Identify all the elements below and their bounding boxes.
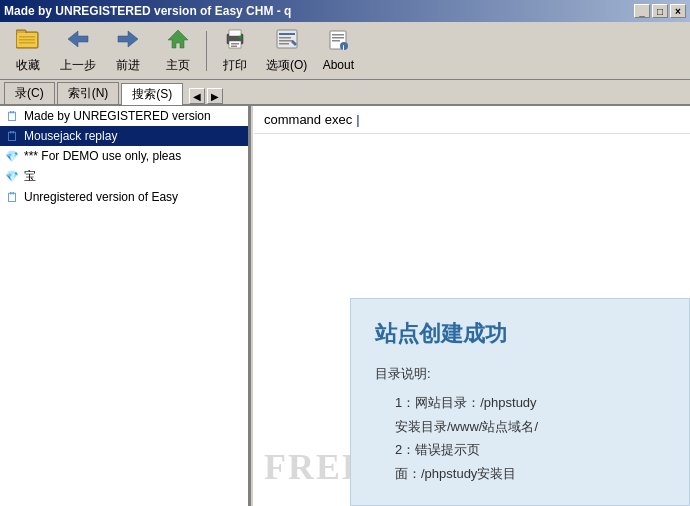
minimize-button[interactable]: _	[634, 4, 650, 18]
svg-rect-15	[277, 30, 297, 48]
back-label: 上一步	[60, 57, 96, 74]
print-button[interactable]: 打印	[211, 26, 259, 76]
tree-item-2[interactable]: 🗒 Mousejack replay	[0, 126, 248, 146]
tab-nav-buttons: ◀ ▶	[189, 88, 223, 104]
home-icon	[166, 28, 190, 54]
svg-rect-18	[279, 40, 293, 42]
title-bar-text: Made by UNREGISTERED version of Easy CHM…	[4, 4, 291, 18]
close-button[interactable]: ×	[670, 4, 686, 18]
print-icon	[223, 28, 247, 54]
print-label: 打印	[223, 57, 247, 74]
tab-next-button[interactable]: ▶	[207, 88, 223, 104]
svg-rect-19	[279, 43, 289, 45]
phpstudy-item-1: 1：网站目录：/phpstudy	[395, 391, 665, 414]
phpstudy-item-3: 2：错误提示页	[395, 438, 665, 461]
page-icon-2: 🗒	[4, 128, 20, 144]
cursor-icon: |	[356, 112, 359, 127]
tab-contents[interactable]: 录(C)	[4, 82, 55, 104]
options-label: 选项(O)	[266, 57, 307, 74]
forward-button[interactable]: 前进	[104, 26, 152, 76]
tree-item-4[interactable]: 💎 宝	[0, 166, 248, 187]
svg-rect-13	[231, 45, 237, 47]
svg-marker-7	[118, 31, 138, 47]
title-bar-label: Made by UNREGISTERED version of Easy CHM…	[4, 4, 291, 18]
toolbar-separator-1	[206, 31, 207, 71]
favorites-label: 收藏	[16, 57, 40, 74]
forward-icon	[116, 28, 140, 54]
svg-rect-23	[332, 37, 344, 39]
svg-marker-8	[168, 30, 188, 48]
gem-icon-2: 💎	[4, 169, 20, 185]
maximize-button[interactable]: □	[652, 4, 668, 18]
svg-rect-4	[19, 39, 35, 41]
content-title: command exec	[264, 112, 352, 127]
gem-icon-1: 💎	[4, 148, 20, 164]
tab-search[interactable]: 搜索(S)	[121, 83, 183, 105]
right-panel: command exec | FREEBUF 站点创建成功 目录说明: 1：网站…	[254, 106, 690, 506]
back-button[interactable]: 上一步	[54, 26, 102, 76]
about-label: About	[323, 58, 354, 72]
svg-rect-10	[229, 30, 241, 36]
favorites-button[interactable]: 收藏	[4, 26, 52, 76]
forward-label: 前进	[116, 57, 140, 74]
tree-item-1[interactable]: 🗒 Made by UNREGISTERED version	[0, 106, 248, 126]
svg-rect-24	[332, 40, 340, 42]
svg-rect-3	[19, 36, 35, 38]
tree-item-3[interactable]: 💎 *** For DEMO use only, pleas	[0, 146, 248, 166]
options-button[interactable]: 选项(O)	[261, 26, 312, 76]
options-icon	[275, 28, 299, 54]
favorites-icon	[16, 28, 40, 54]
tab-index[interactable]: 索引(N)	[57, 82, 120, 104]
back-icon	[66, 28, 90, 54]
svg-text:i: i	[343, 44, 345, 51]
svg-rect-5	[19, 42, 35, 44]
phpstudy-box: 站点创建成功 目录说明: 1：网站目录：/phpstudy 安装目录/www/站…	[350, 298, 690, 506]
svg-marker-6	[68, 31, 88, 47]
svg-rect-12	[231, 43, 239, 45]
content-header: command exec |	[254, 106, 690, 134]
title-bar: Made by UNREGISTERED version of Easy CHM…	[0, 0, 690, 22]
phpstudy-title: 站点创建成功	[375, 319, 665, 349]
home-button[interactable]: 主页	[154, 26, 202, 76]
title-bar-buttons: _ □ ×	[634, 4, 686, 18]
svg-rect-17	[279, 37, 291, 39]
tab-prev-button[interactable]: ◀	[189, 88, 205, 104]
home-label: 主页	[166, 57, 190, 74]
toolbar: 收藏 上一步 前进 主页	[0, 22, 690, 80]
svg-rect-16	[279, 33, 295, 35]
svg-rect-22	[332, 34, 344, 36]
page-icon-3: 🗒	[4, 189, 20, 205]
tree-item-5[interactable]: 🗒 Unregistered version of Easy	[0, 187, 248, 207]
page-icon-1: 🗒	[4, 108, 20, 124]
main-area: 🗒 Made by UNREGISTERED version 🗒 Mouseja…	[0, 106, 690, 506]
svg-point-14	[239, 35, 242, 38]
about-button[interactable]: i About	[314, 26, 362, 76]
phpstudy-list: 1：网站目录：/phpstudy 安装目录/www/站点域名/ 2：错误提示页 …	[375, 391, 665, 485]
left-panel: 🗒 Made by UNREGISTERED version 🗒 Mouseja…	[0, 106, 250, 506]
tab-bar: 录(C) 索引(N) 搜索(S) ◀ ▶	[0, 80, 690, 106]
content-body: FREEBUF 站点创建成功 目录说明: 1：网站目录：/phpstudy 安装…	[254, 134, 690, 506]
phpstudy-section-title: 目录说明:	[375, 365, 665, 383]
about-icon: i	[326, 29, 350, 55]
phpstudy-item-4: 面：/phpstudy安装目	[395, 462, 665, 485]
phpstudy-item-2: 安装目录/www/站点域名/	[395, 415, 665, 438]
